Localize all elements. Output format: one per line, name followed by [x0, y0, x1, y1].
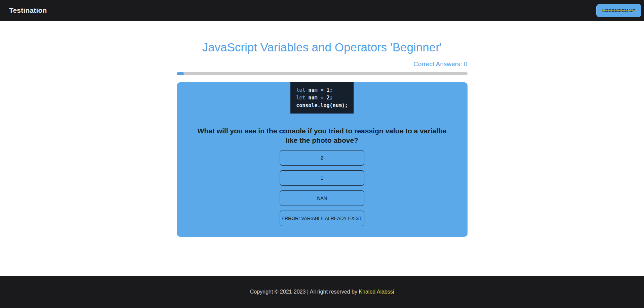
footer-text: Copyright © 2021-2023 | All right reserv… — [250, 289, 394, 295]
question-text: What will you see in the console if you … — [194, 126, 450, 145]
correct-answers-counter: Correct Answers: 0 — [177, 60, 468, 68]
answer-button[interactable]: 2 — [280, 150, 364, 166]
code-line: let num = 2; — [296, 94, 348, 102]
code-snippet: let num = 1;let num = 2;console.log(num)… — [290, 82, 354, 114]
navbar: Testination LOGIN/SIGN UP — [0, 0, 644, 21]
quiz-container: Correct Answers: 0 let num = 1;let num =… — [177, 60, 468, 237]
question-card: let num = 1;let num = 2;console.log(num)… — [177, 82, 468, 237]
main-content: JavaScript Variables and Operators 'Begi… — [0, 21, 644, 276]
login-signup-button[interactable]: LOGIN/SIGN UP — [596, 4, 641, 17]
correct-answers-label: Correct Answers: — [413, 60, 462, 68]
quiz-title: JavaScript Variables and Operators 'Begi… — [0, 40, 644, 54]
answer-button[interactable]: NAN — [280, 190, 364, 206]
brand-logo[interactable]: Testination — [9, 6, 47, 14]
copyright-text: Copyright © 2021-2023 | All right reserv… — [250, 289, 357, 295]
answer-button[interactable]: 1 — [280, 170, 364, 186]
code-line: console.log(num); — [296, 102, 348, 109]
correct-answers-count: 0 — [464, 60, 468, 68]
author-link[interactable]: Khaled Alabssi — [359, 289, 394, 295]
footer: Copyright © 2021-2023 | All right reserv… — [0, 276, 644, 308]
answer-button[interactable]: ERROR: VARIABLE ALREADY EXIST. — [280, 211, 364, 226]
code-line: let num = 1; — [296, 86, 348, 94]
answers-list: 21NANERROR: VARIABLE ALREADY EXIST. — [177, 150, 468, 226]
progress-fill — [177, 72, 184, 75]
progress-bar — [177, 72, 468, 75]
